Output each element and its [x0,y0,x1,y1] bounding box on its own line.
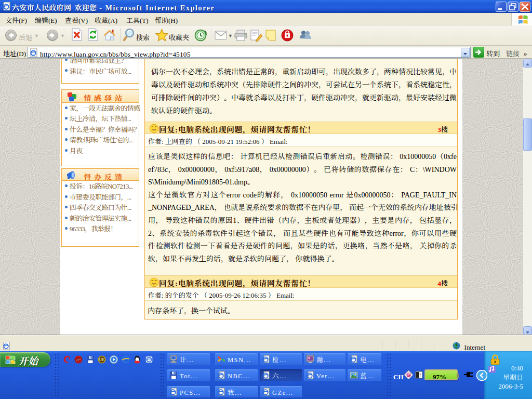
svg-text:UE: UE [99,356,105,362]
svg-text:P: P [407,371,410,377]
svg-text:?: ? [419,372,421,378]
